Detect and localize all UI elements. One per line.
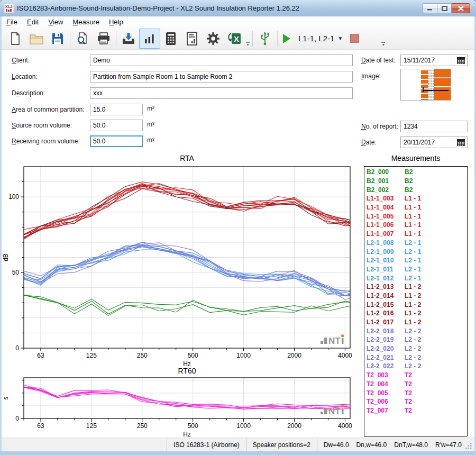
date-of-test-field[interactable]: 15/11/2017 <box>400 54 468 66</box>
area-label: Area of common partition: <box>12 106 84 113</box>
measurements-title: Measurements <box>364 154 468 162</box>
calendar-icon <box>456 138 465 147</box>
client-label: Client: <box>12 57 30 64</box>
import-button[interactable] <box>118 29 139 49</box>
date-field[interactable]: 20/11/2017 <box>400 136 468 148</box>
date-label: Date: <box>361 139 377 146</box>
measurement-item[interactable]: L1-1_004L1 - 1 <box>367 203 467 212</box>
save-button[interactable] <box>47 29 68 49</box>
measurement-item[interactable]: L1-2_014L1 - 2 <box>367 292 467 301</box>
date-of-test-calendar-button[interactable] <box>454 55 467 66</box>
rt60-chart: 631252505001000200040000sHzNT <box>2 375 355 438</box>
statusbar: ISO 16283-1 (Airborne) Speaker positions… <box>2 438 474 451</box>
measurement-item[interactable]: L1-1_007L1 - 1 <box>367 230 467 239</box>
measurement-item[interactable]: L2-2_022L2 - 2 <box>367 362 467 371</box>
measurement-item[interactable]: L1-1_005L1 - 1 <box>367 212 467 221</box>
print-icon <box>96 32 111 46</box>
measurement-item[interactable]: L2-1_010L2 - 1 <box>367 256 467 265</box>
measurement-item[interactable]: L1-1_006L1 - 1 <box>367 221 467 230</box>
play-icon <box>282 33 291 44</box>
menu-help[interactable]: Help <box>104 17 128 27</box>
measurement-item[interactable]: L1-2_015L1 - 2 <box>367 300 467 309</box>
receiving-volume-input[interactable] <box>90 135 143 147</box>
app-icon-xl2: XL2 <box>4 4 14 13</box>
calculator-icon <box>164 32 177 46</box>
measurement-item[interactable]: L2-2_021L2 - 2 <box>367 353 467 362</box>
measurement-item[interactable]: T2_003T2 <box>367 371 467 380</box>
menu-edit[interactable]: Edit <box>22 17 43 27</box>
toolbar-overflow-button[interactable]: ▾ <box>245 29 251 49</box>
partition-image-right-wall <box>434 69 451 100</box>
receiving-volume-label: Receiving room volume: <box>12 138 80 145</box>
measurement-item[interactable]: B2_002B2 <box>367 185 467 194</box>
usb-connect-button[interactable] <box>254 29 276 49</box>
partition-image-insulation <box>428 69 434 100</box>
settings-button[interactable] <box>203 29 224 49</box>
status-standard: ISO 16283-1 (Airborne) <box>167 438 246 451</box>
print-preview-button[interactable] <box>72 29 93 49</box>
svg-text:500: 500 <box>188 352 198 359</box>
window-controls <box>422 3 470 13</box>
minimize-button[interactable] <box>422 3 437 13</box>
run-dropdown-caret-icon[interactable]: ▼ <box>337 35 343 41</box>
measurements-list[interactable]: B2_000B2B2_001B2B2_002B2L1-1_003L1 - 1L1… <box>364 166 468 436</box>
location-input[interactable] <box>90 71 353 83</box>
calculator-button[interactable] <box>160 29 181 49</box>
measurement-item[interactable]: L2-1_012L2 - 1 <box>367 274 467 283</box>
partition-image[interactable] <box>400 69 451 101</box>
measurement-item[interactable]: B2_000B2 <box>367 168 467 177</box>
report-button[interactable] <box>181 29 203 49</box>
status-results: Dw=46.0 Dn,w=46.0 DnT,w=48.0 R'w=47.0 <box>317 438 474 451</box>
measurement-item[interactable]: L2-1_008L2 - 1 <box>367 239 467 248</box>
source-volume-input[interactable] <box>90 120 143 131</box>
toolbar-separator <box>277 31 278 47</box>
toolbar-separator <box>252 31 253 47</box>
open-folder-icon <box>29 32 44 46</box>
client-input[interactable] <box>90 54 353 66</box>
measurement-item[interactable]: B2_001B2 <box>367 177 467 186</box>
measurement-item[interactable]: T2_004T2 <box>367 380 467 389</box>
measurement-item[interactable]: L1-2_016L1 - 2 <box>367 309 467 318</box>
measurement-item[interactable]: T2_007T2 <box>367 406 467 415</box>
chart-view-button[interactable] <box>139 29 160 49</box>
menu-file[interactable]: File <box>2 17 22 27</box>
measurement-item[interactable]: L2-2_020L2 - 2 <box>367 344 467 353</box>
svg-text:4000: 4000 <box>338 352 352 359</box>
date-calendar-button[interactable] <box>454 137 467 148</box>
measurement-item[interactable]: L1-2_013L1 - 2 <box>367 283 467 292</box>
svg-text:250: 250 <box>137 422 148 430</box>
svg-text:250: 250 <box>137 352 148 359</box>
window-title: ISO16283-Airborne-Sound-Insulation-Demo-… <box>17 4 299 12</box>
new-document-button[interactable] <box>5 29 26 49</box>
rta-chart-title: RTA <box>24 154 350 162</box>
report-no-input[interactable] <box>400 121 468 132</box>
start-measurement-button[interactable] <box>279 29 294 49</box>
resize-grip[interactable] <box>465 443 472 450</box>
measurement-item[interactable]: L2-2_019L2 - 2 <box>367 335 467 344</box>
excel-export-button[interactable]: X <box>224 29 245 49</box>
open-project-button[interactable] <box>26 29 47 49</box>
svg-text:NT: NT <box>328 336 341 346</box>
measurement-item[interactable]: L2-1_009L2 - 1 <box>367 247 467 256</box>
svg-text:4000: 4000 <box>338 422 352 430</box>
menu-measure[interactable]: Measure <box>68 17 104 27</box>
svg-text:100: 100 <box>8 193 19 201</box>
area-input[interactable] <box>90 104 143 115</box>
measurement-item[interactable]: T2_005T2 <box>367 388 467 397</box>
measurement-item[interactable]: T2_006T2 <box>367 397 467 406</box>
maximize-button[interactable] <box>437 3 452 13</box>
measurement-item[interactable]: L1-1_003L1 - 1 <box>367 194 467 203</box>
run-selection-label[interactable]: L1-1, L2-1 <box>298 34 334 43</box>
measurement-item[interactable]: L2-2_018L2 - 2 <box>367 326 467 335</box>
print-button[interactable] <box>93 29 114 49</box>
stop-measurement-button[interactable] <box>350 34 359 43</box>
measurement-item[interactable]: L1-2_017L1 - 2 <box>367 318 467 327</box>
source-volume-unit: m³ <box>147 121 154 128</box>
menu-view[interactable]: View <box>43 17 68 27</box>
calendar-icon <box>456 56 465 65</box>
close-button[interactable] <box>452 3 470 13</box>
toolbar-overflow-button[interactable]: ▾ <box>380 29 386 49</box>
measurement-item[interactable]: L2-1_011L2 - 1 <box>367 265 467 274</box>
description-input[interactable] <box>90 87 353 99</box>
svg-text:125: 125 <box>86 352 97 359</box>
